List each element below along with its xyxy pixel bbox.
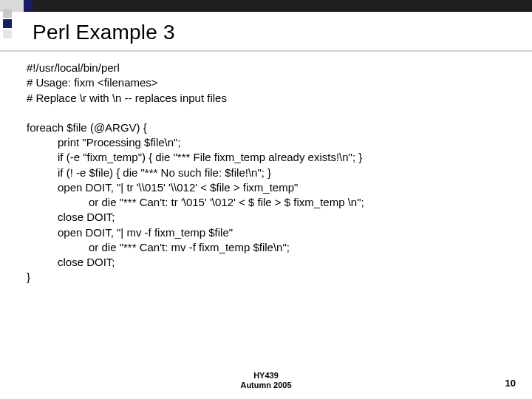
page-number: 10: [505, 378, 516, 389]
footer-center: HY439 Autumn 2005: [240, 371, 291, 390]
code-line: if (-e "fixm_temp") { die "*** File fixm…: [27, 150, 514, 165]
footer-course: HY439: [240, 371, 291, 381]
deco-square: [3, 9, 12, 18]
footer-term: Autumn 2005: [240, 381, 291, 390]
deco-square: [3, 19, 12, 28]
intro-block: #!/usr/local/bin/perl # Usage: fixm <fil…: [27, 61, 514, 106]
code-line: # Replace \r with \n -- replaces input f…: [27, 91, 514, 106]
deco-navy: [24, 0, 33, 12]
code-line: or die "*** Can't: tr '\015' '\012' < $ …: [27, 195, 514, 210]
code-line: #!/usr/local/bin/perl: [27, 61, 514, 75]
code-line: foreach $file (@ARGV) {: [27, 120, 514, 135]
code-line: close DOIT;: [27, 210, 514, 225]
slide-footer: HY439 Autumn 2005: [0, 371, 532, 390]
code-line: open DOIT, "| tr '\\015' '\\012' < $file…: [27, 180, 514, 195]
code-line: or die "*** Can't: mv -f fixm_temp $file…: [27, 240, 514, 255]
code-block: foreach $file (@ARGV) { print "Processin…: [27, 120, 514, 285]
side-decorative-squares: [3, 9, 12, 40]
code-line: if (! -e $file) { die "*** No such file:…: [27, 166, 514, 180]
code-line: open DOIT, "| mv -f fixm_temp $file": [27, 225, 514, 240]
code-line: # Usage: fixm <filenames>: [27, 75, 514, 90]
slide-title: Perl Example 3: [33, 21, 175, 44]
deco-dark: [33, 0, 532, 12]
slide-body: #!/usr/local/bin/perl # Usage: fixm <fil…: [27, 61, 514, 285]
code-line: close DOIT;: [27, 255, 514, 270]
title-underline: [0, 50, 532, 52]
top-decorative-bar: [0, 0, 532, 12]
code-line: print "Processing $file\n";: [27, 135, 514, 150]
code-line: }: [27, 270, 514, 284]
deco-square: [3, 30, 12, 38]
